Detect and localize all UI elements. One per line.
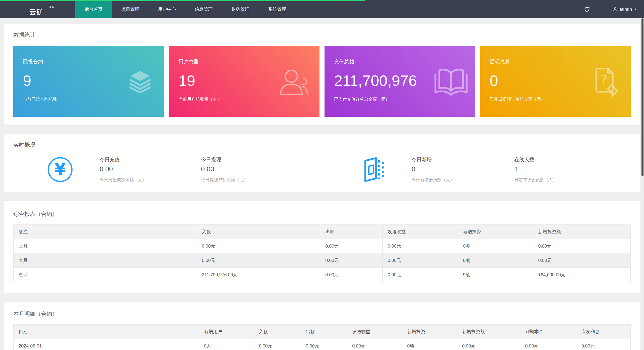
- cell: 0人: [199, 339, 254, 350]
- report-header-row: 备注 入款 出款 发送收益 新增投资 新增投资额: [14, 225, 631, 239]
- door-panel-icon: [362, 157, 385, 182]
- document-question-icon: ?: [590, 66, 621, 99]
- col-header-remark: 备注: [14, 225, 197, 239]
- col-header-sent-profit: 发送收益: [347, 325, 402, 339]
- stat-online-members: 在线人数 1 当前在线会员数（人）: [514, 156, 595, 183]
- app-logo: 云矿 TP6: [0, 0, 75, 18]
- table-row-date: 2024-06-01 0人 0.00元 0.00元 0.00元 0项 0.00元…: [14, 339, 631, 350]
- card-caption: 当前已投合约总数: [23, 96, 154, 102]
- table-row-this-month: 本月 0.00元 0.00元 0.00元 0项 0.00元: [14, 253, 631, 268]
- card-title: 充值总额: [334, 58, 466, 65]
- report-panel: 综合报表（合约） 备注 入款 出款 发送收益 新增投资 新增投资额 上月: [4, 201, 640, 293]
- detail-header-row: 日期 新增用户 入款 出款 发送收益 新增投资 新增投资额 到期本金 应发利息: [14, 325, 631, 339]
- user-menu[interactable]: admin ∧: [613, 7, 637, 12]
- yen-circle-icon: ¥: [47, 157, 73, 183]
- detail-panel: 本月明细（合约） 日期 新增用户 入款 出款 发送收益 新增投资 新增投资额 到…: [4, 302, 640, 350]
- realtime-row: ¥ 今日充值 0.00 今日充值成功金额（元） 今日提现 0.00 今日提现成功…: [13, 156, 631, 183]
- progress-bar: [0, 0, 365, 1]
- users-icon: [277, 67, 309, 98]
- col-header-outgo: 出款: [320, 225, 383, 239]
- tab-finance[interactable]: 财务管理: [222, 0, 259, 18]
- card-total-users: 用户总量 19 当前用户总数量（人）: [169, 46, 320, 117]
- tab-system[interactable]: 系统管理: [259, 0, 296, 18]
- stats-panel-title: 数据统计: [13, 31, 631, 39]
- col-header-due-interest: 应发利息: [576, 325, 630, 339]
- refresh-icon[interactable]: [584, 6, 590, 13]
- cell: 0.00元: [197, 239, 320, 253]
- tab-users[interactable]: 用户中心: [149, 0, 185, 18]
- stat-caption: 今日新增会员数（人）: [412, 177, 487, 183]
- stat-label: 今日充值: [100, 156, 175, 163]
- col-header-outgo: 出款: [301, 325, 347, 339]
- detail-panel-title: 本月明细（合约）: [13, 310, 631, 318]
- card-title: 用户总量: [179, 58, 310, 65]
- card-title: 已投合约: [23, 58, 154, 65]
- stat-caption: 今日提现成功金额（元）: [201, 177, 276, 183]
- open-book-icon: [433, 67, 469, 98]
- stat-value: 0.00: [100, 165, 175, 173]
- card-total-recharge: 充值总额 211,700,976 已支付充值订单总金额（元）: [325, 46, 475, 117]
- svg-text:¥: ¥: [55, 160, 66, 179]
- cell: 0项: [458, 253, 533, 268]
- top-navbar: 云矿 TP6 后台首页 项目管理 用户中心 信息管理 财务管理 系统管理 adm…: [0, 0, 644, 18]
- tab-dashboard[interactable]: 后台首页: [75, 0, 112, 18]
- tab-projects[interactable]: 项目管理: [112, 0, 149, 18]
- cell: 9笔: [458, 268, 533, 282]
- card-invested-contracts: 已投合约 9 当前已投合约总数: [13, 46, 164, 117]
- cell: 上月: [14, 239, 197, 253]
- col-header-date: 日期: [14, 325, 199, 339]
- stat-caption: 当前在线会员数（人）: [514, 177, 595, 183]
- stat-label: 在线人数: [514, 156, 595, 163]
- cell: 0.00元: [347, 339, 402, 350]
- cell: 0.00元: [320, 253, 383, 268]
- cell: 0.00元: [520, 339, 576, 350]
- detail-table: 日期 新增用户 入款 出款 发送收益 新增投资 新增投资额 到期本金 应发利息 …: [13, 324, 631, 350]
- navbar-right: admin ∧: [584, 0, 644, 18]
- col-header-new-invest: 新增投资: [458, 225, 533, 239]
- username-label: admin: [619, 7, 632, 12]
- app-logo-version: TP6: [48, 5, 54, 9]
- cell: 0.00元: [320, 268, 383, 282]
- layers-icon: [126, 68, 154, 97]
- col-header-new-invest: 新增投资: [402, 325, 457, 339]
- stat-value: 0.00: [201, 165, 276, 173]
- stat-today-new-members: 今日新增 0 今日新增会员数（人）: [412, 156, 487, 183]
- stat-cards: 已投合约 9 当前已投合约总数 用户总量 19 当前用户总数量（人）: [13, 46, 631, 117]
- report-panel-title: 综合报表（合约）: [13, 210, 631, 218]
- table-row-last-month: 上月 0.00元 0.00元 0.00元 0项 0.00元: [14, 239, 631, 253]
- svg-text:?: ?: [601, 72, 608, 87]
- main-menu: 后台首页 项目管理 用户中心 信息管理 财务管理 系统管理: [75, 0, 296, 18]
- col-header-sent-profit: 发送收益: [382, 225, 458, 239]
- stat-today-recharge: 今日充值 0.00 今日充值成功金额（元）: [100, 156, 175, 183]
- scrollbar-track[interactable]: [641, 18, 644, 350]
- cell: 0.00元: [301, 339, 347, 350]
- realtime-panel: 实时概况 ¥ 今日充值 0.00 今日充值成功金额（元） 今日提现 0.00 今…: [4, 134, 640, 192]
- app-logo-text: 云矿: [26, 2, 47, 17]
- main-content: 数据统计 已投合约 9 当前已投合约总数 用户总量 19 当前用: [0, 18, 644, 350]
- cell: 0.00元: [457, 339, 520, 350]
- cell: 0.00元: [197, 253, 320, 268]
- cell: 0.00元: [254, 339, 301, 350]
- cell: 0.00元: [382, 268, 458, 282]
- cell: 0.00元: [576, 339, 630, 350]
- table-row-total: 总计 211,700,976.00元 0.00元 0.00元 9笔 164,00…: [14, 268, 631, 282]
- cell: 2024-06-01: [14, 339, 199, 350]
- chevron-up-icon: ∧: [634, 7, 637, 11]
- col-header-income: 入款: [197, 225, 320, 239]
- scrollbar-thumb[interactable]: [641, 18, 643, 176]
- card-title: 提现总额: [490, 58, 621, 65]
- col-header-income: 入款: [254, 325, 301, 339]
- realtime-panel-title: 实时概况: [13, 141, 631, 149]
- cell: 0.00元: [533, 239, 631, 253]
- tab-info[interactable]: 信息管理: [185, 0, 222, 18]
- card-total-withdraw: 提现总额 0 已完成提现订单总金额（元） ?: [480, 46, 631, 117]
- stat-value: 0: [412, 165, 487, 173]
- cell: 0项: [458, 239, 533, 253]
- cell: 0项: [402, 339, 457, 350]
- stats-panel: 数据统计 已投合约 9 当前已投合约总数 用户总量 19 当前用: [4, 24, 640, 125]
- stat-caption: 今日充值成功金额（元）: [100, 177, 175, 183]
- cell: 0.00元: [533, 253, 631, 268]
- cell: 0.00元: [382, 239, 458, 253]
- cell: 总计: [14, 268, 197, 282]
- cell: 0.00元: [320, 239, 383, 253]
